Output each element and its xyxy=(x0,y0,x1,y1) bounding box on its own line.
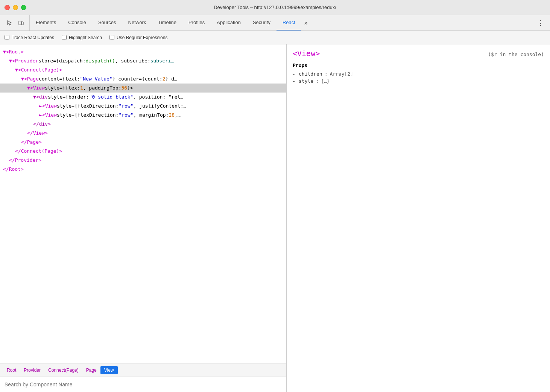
tree-row[interactable]: </Root> xyxy=(0,165,286,174)
console-hint: ($r in the console) xyxy=(488,52,544,57)
tree-node-text: style={border: xyxy=(48,93,89,101)
tree-node-text: 28 xyxy=(169,111,175,119)
breadcrumb-view[interactable]: View xyxy=(100,366,118,374)
breadcrumb-provider[interactable]: Provider xyxy=(20,366,44,374)
tree-node-text: style={flex: xyxy=(45,84,80,92)
trace-react-updates-label: Trace React Updates xyxy=(12,35,54,40)
tree-row[interactable]: ▼<Connect(Page)> xyxy=(0,65,286,74)
tree-node-text: , marginTop: xyxy=(133,111,169,119)
tree-node-text: 36 xyxy=(121,84,127,92)
tree-node-text: , justifyContent:… xyxy=(133,102,186,110)
tree-node-text: </Provider> xyxy=(9,156,41,164)
tree-row[interactable]: </View> xyxy=(0,129,286,138)
title-bar: Developer Tools – http://127.0.0.1:9999/… xyxy=(0,0,550,15)
selected-component-tag: <View> xyxy=(293,49,320,58)
tree-node-text: </Page> xyxy=(21,138,42,146)
highlight-search-input[interactable] xyxy=(62,35,67,40)
component-tree[interactable]: ▼<Root> ▼<Provider store={dispatch: disp… xyxy=(0,44,286,363)
tree-row[interactable]: ▼<div style={border: "0 solid black" , p… xyxy=(0,93,286,102)
tree-node-text: ▼<Page xyxy=(21,75,39,83)
tab-elements[interactable]: Elements xyxy=(30,15,62,30)
tab-console[interactable]: Console xyxy=(62,15,92,30)
maximize-button[interactable] xyxy=(21,5,26,10)
toolbar: Elements Console Sources Network Timelin… xyxy=(0,15,550,31)
minimize-button[interactable] xyxy=(13,5,18,10)
prop-key-style: style xyxy=(299,78,313,84)
prop-expand-icon: ► xyxy=(293,79,297,83)
tab-profiles[interactable]: Profiles xyxy=(182,15,211,30)
tree-node-text: 2 xyxy=(163,75,166,83)
tree-row[interactable]: ▼<Provider store={dispatch: dispatch() ,… xyxy=(0,56,286,65)
window-title: Developer Tools – http://127.0.0.1:9999/… xyxy=(214,5,336,10)
component-search-input[interactable] xyxy=(5,381,282,387)
tree-row[interactable]: </div> xyxy=(0,120,286,129)
tree-row[interactable]: </Page> xyxy=(0,138,286,147)
prop-colon: : xyxy=(316,78,319,84)
use-regex-label: Use Regular Expressions xyxy=(117,35,167,40)
tree-node-text: , paddingTop: xyxy=(83,84,122,92)
tree-row[interactable]: ►<View style={flexDirection: "row" , mar… xyxy=(0,111,286,120)
tree-node-text: ▼<View xyxy=(27,84,45,92)
tree-row[interactable]: ►<View style={flexDirection: "row" , jus… xyxy=(0,102,286,111)
tab-timeline[interactable]: Timeline xyxy=(152,15,182,30)
main-content: ▼<Root> ▼<Provider store={dispatch: disp… xyxy=(0,44,550,392)
tree-node-text: "row" xyxy=(119,111,133,119)
use-regex-input[interactable] xyxy=(109,35,114,40)
search-bar xyxy=(0,377,286,392)
breadcrumb-connect-page[interactable]: Connect(Page) xyxy=(44,366,82,374)
breadcrumb-root[interactable]: Root xyxy=(3,366,20,374)
right-panel-header: <View> ($r in the console) xyxy=(293,49,544,58)
use-regex-checkbox[interactable]: Use Regular Expressions xyxy=(109,35,167,40)
tree-node-text: "0 solid black" xyxy=(89,93,133,101)
prop-key-children: children xyxy=(299,71,322,77)
tree-node-text: </Connect(Page)> xyxy=(15,147,62,155)
highlight-search-checkbox[interactable]: Highlight Search xyxy=(62,35,102,40)
tree-node-text: store={dispatch: xyxy=(38,57,85,65)
tree-node-text: "row" xyxy=(119,102,133,110)
tree-node-text: ▼<Root> xyxy=(3,48,24,56)
highlight-search-label: Highlight Search xyxy=(69,35,102,40)
tree-node-text: , subscribe: xyxy=(115,57,150,65)
tree-row[interactable]: ▼<Page content={text: "New Value" } coun… xyxy=(0,74,286,84)
select-element-icon[interactable] xyxy=(5,18,15,28)
tab-sources[interactable]: Sources xyxy=(92,15,122,30)
device-mode-icon[interactable] xyxy=(16,18,26,28)
tab-network[interactable]: Network xyxy=(122,15,152,30)
props-section: Props ► children : Array[2] ► style : {…… xyxy=(293,62,544,85)
tab-react[interactable]: React xyxy=(277,15,301,30)
trace-react-updates-checkbox[interactable]: Trace React Updates xyxy=(5,35,54,40)
tree-node-text: } d… xyxy=(166,75,177,83)
toolbar-icon-group xyxy=(2,15,30,30)
tree-node-text: </View> xyxy=(27,129,48,137)
left-panel: ▼<Root> ▼<Provider store={dispatch: disp… xyxy=(0,44,287,392)
prop-expand-icon: ► xyxy=(293,72,297,76)
tree-node-text: "New Value" xyxy=(80,75,112,83)
tree-row[interactable]: </Provider> xyxy=(0,156,286,165)
nav-tabs: Elements Console Sources Network Timelin… xyxy=(30,15,533,30)
tree-row[interactable]: ▼<Root> xyxy=(0,47,286,56)
trace-react-updates-input[interactable] xyxy=(5,35,9,40)
tree-node-text: ▼<div xyxy=(33,93,48,101)
svg-rect-0 xyxy=(19,21,21,25)
right-panel: <View> ($r in the console) Props ► child… xyxy=(287,44,550,392)
tab-security[interactable]: Security xyxy=(247,15,277,30)
tree-node-text: ►<View xyxy=(39,111,57,119)
breadcrumb-page[interactable]: Page xyxy=(82,366,100,374)
prop-children-row[interactable]: ► children : Array[2] xyxy=(293,70,544,77)
tab-application[interactable]: Application xyxy=(211,15,247,30)
prop-style-row[interactable]: ► style : {…} xyxy=(293,77,544,85)
tree-node-text: </div> xyxy=(33,120,51,128)
tree-node-text: subscri… xyxy=(150,57,174,65)
tree-node-text: ►<View xyxy=(39,102,57,110)
kebab-menu-button[interactable]: ⋮ xyxy=(533,15,548,30)
traffic-lights xyxy=(5,5,26,10)
options-bar: Trace React Updates Highlight Search Use… xyxy=(0,31,550,44)
close-button[interactable] xyxy=(5,5,10,10)
prop-value-children: Array[2] xyxy=(330,71,353,77)
tree-node-text: ,… xyxy=(175,111,181,119)
tree-row[interactable]: ▼<View style={flex: 1 , paddingTop: 36 }… xyxy=(0,84,286,93)
more-tabs-button[interactable]: » xyxy=(301,15,311,30)
tree-node-text: }> xyxy=(127,84,133,92)
prop-value-style: {…} xyxy=(321,78,330,84)
tree-row[interactable]: </Connect(Page)> xyxy=(0,147,286,156)
